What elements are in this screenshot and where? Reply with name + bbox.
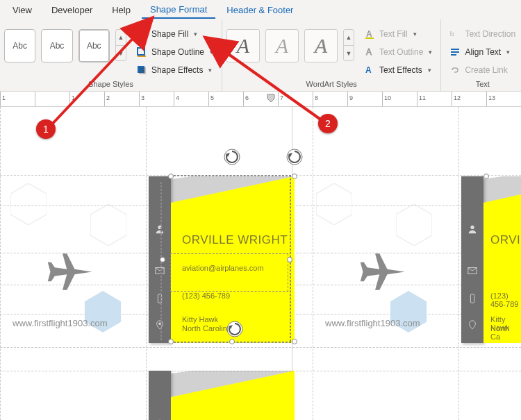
wordart-expand[interactable]: ▲ ▼: [343, 29, 354, 61]
shape-outline-button[interactable]: Shape Outline ▾: [132, 44, 217, 60]
create-link-button[interactable]: Create Link: [445, 62, 520, 78]
airplane-icon: [354, 246, 410, 301]
card-selected-right[interactable]: ORVIL (123) 456-789 Kitty Hawk North Ca: [461, 176, 521, 343]
svg-text:A: A: [366, 47, 372, 57]
annotation-badge-2: 2: [318, 114, 338, 133]
shape-style-thumb-3[interactable]: Abc: [78, 29, 110, 62]
text-fill-button[interactable]: A Text Fill ▾: [360, 26, 436, 42]
align-text-button[interactable]: Align Text ▾: [445, 44, 520, 60]
shape-outline-icon: [136, 47, 147, 58]
text-outline-icon: A: [364, 47, 375, 58]
shape-style-expand[interactable]: ▲ ▼: [115, 29, 126, 61]
selection-handle[interactable]: [229, 339, 235, 344]
svg-rect-11: [451, 51, 459, 53]
selection-handle[interactable]: [292, 174, 297, 179]
horizontal-ruler[interactable]: 1123456789101112131415: [0, 92, 521, 107]
card-phone: (123) 456-789: [490, 292, 521, 308]
shape-style-thumb-2[interactable]: Abc: [41, 29, 72, 62]
chevron-down-icon: ▾: [208, 67, 212, 74]
shape-effects-icon: [136, 65, 147, 76]
svg-point-23: [158, 323, 161, 326]
rotate-handle[interactable]: [286, 148, 304, 166]
text-fill-icon: A: [364, 28, 375, 40]
menu-help[interactable]: Help: [104, 2, 139, 18]
menu-shape-format[interactable]: Shape Format: [142, 1, 215, 19]
selection-handle[interactable]: [483, 174, 489, 179]
card-selected[interactable]: ORVILLE WRIGHT aviation@airplanes.com (1…: [149, 176, 295, 343]
rotate-handle[interactable]: [223, 148, 241, 166]
shape-style-thumb-1[interactable]: Abc: [4, 29, 35, 62]
ruler-indent-marker[interactable]: [267, 92, 275, 107]
menu-developer[interactable]: Developer: [43, 2, 101, 18]
text-outline-button[interactable]: A Text Outline ▾: [360, 44, 436, 60]
card-addr1: Kitty Hawk: [182, 315, 218, 324]
text-effects-icon: A: [364, 65, 375, 76]
menu-view[interactable]: View: [4, 2, 40, 18]
chevron-down-icon: ▾: [413, 31, 417, 37]
rotate-handle[interactable]: [226, 320, 244, 338]
chevron-down-icon: ▼: [344, 45, 354, 60]
wordart-thumb-2[interactable]: A: [265, 29, 299, 62]
card-url: www.firstflight1903.com: [13, 318, 108, 328]
location-icon: [149, 315, 171, 335]
card-addr2-partial: North Ca: [490, 324, 521, 341]
svg-marker-15: [90, 204, 126, 246]
wordart-group-label: WordArt Styles: [226, 78, 436, 90]
text-group-label: Text: [445, 78, 520, 90]
svg-marker-17: [316, 183, 352, 225]
menubar: View Developer Help Shape Format Header …: [0, 0, 521, 19]
text-direction-label: Text Direction: [465, 29, 515, 39]
selection-handle[interactable]: [292, 339, 297, 344]
person-icon: [149, 219, 171, 239]
shape-effects-label: Shape Effects: [151, 65, 204, 75]
card-selected-2[interactable]: [149, 371, 295, 420]
shape-fill-label: Shape Fill: [151, 29, 188, 39]
chevron-down-icon: ▾: [429, 49, 432, 56]
text-effects-button[interactable]: A Text Effects ▾: [360, 62, 436, 78]
text-outline-label: Text Outline: [379, 47, 423, 57]
person-icon: [461, 219, 483, 239]
selection-handle[interactable]: [287, 257, 292, 262]
document-canvas[interactable]: www.firstflight1903.com www.firstflight1…: [0, 107, 521, 420]
location-icon: [461, 315, 483, 335]
text-direction-icon: l↕: [449, 28, 461, 40]
selection-handle[interactable]: [160, 257, 165, 262]
selection-handle[interactable]: [168, 339, 174, 344]
airplane-icon: [42, 246, 97, 301]
svg-text:A: A: [366, 29, 372, 39]
shape-fill-icon: [136, 28, 147, 40]
svg-point-20: [158, 226, 161, 229]
chevron-up-icon: ▲: [116, 30, 126, 45]
text-effects-label: Text Effects: [379, 65, 422, 75]
chevron-down-icon: ▾: [428, 67, 431, 74]
card-ghost-left[interactable]: www.firstflight1903.com: [0, 176, 146, 343]
phone-icon: [461, 289, 483, 308]
card-name-partial: ORVIL: [490, 233, 521, 247]
annotation-badge-1: 1: [36, 119, 56, 139]
card-ghost-right[interactable]: www.firstflight1903.com: [313, 176, 458, 343]
card-name: ORVILLE WRIGHT: [182, 233, 288, 247]
svg-rect-31: [470, 294, 474, 303]
svg-rect-6: [365, 37, 374, 39]
svg-text:A: A: [365, 65, 372, 75]
svg-rect-0: [138, 37, 146, 39]
chevron-down-icon: ▼: [116, 45, 126, 60]
phone-icon: [149, 289, 171, 308]
chevron-up-icon: ▲: [344, 30, 354, 45]
envelope-icon: [461, 261, 483, 280]
svg-rect-10: [451, 49, 459, 50]
wordart-thumb-3[interactable]: A: [304, 29, 338, 62]
selection-handle[interactable]: [168, 174, 174, 179]
svg-rect-4: [139, 67, 146, 74]
chevron-down-icon: ▾: [194, 31, 197, 37]
menu-header-footer[interactable]: Header & Footer: [218, 2, 301, 18]
shape-fill-button[interactable]: Shape Fill ▾: [132, 26, 217, 42]
svg-marker-14: [10, 183, 47, 225]
ribbon: Abc Abc Abc ▲ ▼ Shape Fill ▾: [0, 19, 521, 92]
create-link-label: Create Link: [465, 65, 507, 75]
text-direction-button[interactable]: l↕ Text Direction: [445, 26, 520, 42]
shape-outline-label: Shape Outline: [151, 47, 204, 57]
wordart-thumb-1[interactable]: A: [226, 29, 260, 62]
card-email: aviation@airplanes.com: [182, 264, 264, 272]
shape-effects-button[interactable]: Shape Effects ▾: [132, 62, 217, 78]
